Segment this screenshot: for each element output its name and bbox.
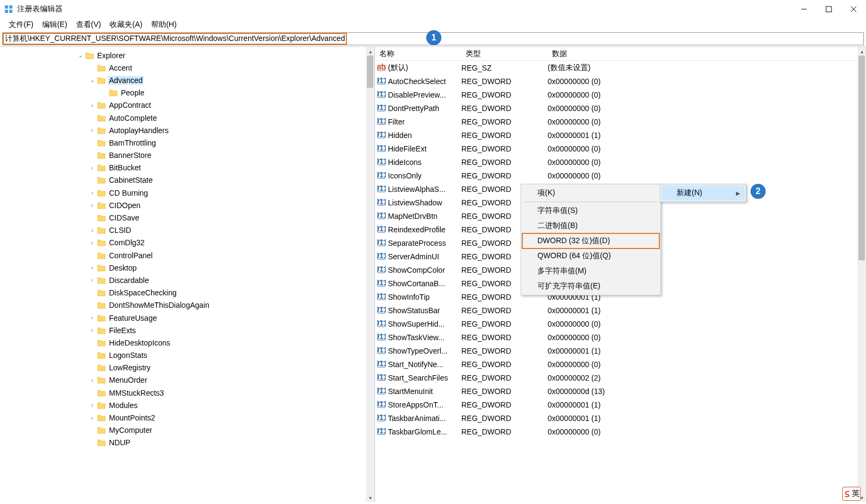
column-name[interactable]: 名称 xyxy=(375,47,461,61)
tree-item[interactable]: ›MenuOrder xyxy=(0,374,366,386)
chevron-right-icon[interactable]: › xyxy=(88,226,96,234)
chevron-right-icon[interactable]: › xyxy=(88,189,96,197)
cmenu-multi[interactable]: 多字符串值(M) xyxy=(522,264,659,279)
tree-item[interactable]: DiskSpaceChecking xyxy=(0,287,366,299)
tree-item[interactable]: ›Desktop xyxy=(0,261,366,274)
close-button[interactable] xyxy=(841,1,866,18)
scroll-thumb[interactable] xyxy=(367,56,373,88)
tree-item[interactable]: ControlPanel xyxy=(0,249,366,261)
value-row[interactable]: 011HiddenREG_DWORD0x00000001 (1) xyxy=(375,128,857,142)
value-row[interactable]: 011DontPrettyPathREG_DWORD0x00000000 (0) xyxy=(375,101,857,115)
value-row[interactable]: 011Start_NotifyNe...REG_DWORD0x00000000 … xyxy=(375,357,857,371)
tree-item[interactable]: ›CD Burning xyxy=(0,187,366,199)
column-data[interactable]: 数据 xyxy=(548,47,866,61)
tree-item[interactable]: ›Modules xyxy=(0,399,366,411)
tree-item[interactable]: CabinetState xyxy=(0,174,366,187)
cmenu-dword[interactable]: DWORD (32 位)值(D) xyxy=(522,233,659,248)
value-row[interactable]: 011IconsOnlyREG_DWORD0x00000000 (0) xyxy=(375,169,857,182)
tree-item[interactable]: ›Discardable xyxy=(0,274,366,286)
chevron-down-icon[interactable]: ⌄ xyxy=(77,52,84,59)
ime-indicator[interactable]: 英 xyxy=(842,487,861,501)
menu-file[interactable]: 文件(F) xyxy=(5,19,37,31)
chevron-right-icon[interactable]: › xyxy=(88,127,96,134)
chevron-right-icon[interactable]: › xyxy=(88,264,96,272)
chevron-right-icon[interactable]: › xyxy=(88,164,96,171)
tree-item[interactable]: People xyxy=(0,87,366,99)
value-row[interactable]: 011ShowTaskView...REG_DWORD0x00000000 (0… xyxy=(375,330,857,344)
value-row[interactable]: 011ShowStatusBarREG_DWORD0x00000001 (1) xyxy=(375,303,857,317)
value-row[interactable]: 011AutoCheckSelectREG_DWORD0x00000000 (0… xyxy=(375,74,857,88)
tree-item[interactable]: ›CLSID xyxy=(0,224,366,237)
address-path[interactable]: 计算机\HKEY_CURRENT_USER\SOFTWARE\Microsoft… xyxy=(3,33,347,45)
chevron-right-icon[interactable]: › xyxy=(88,327,96,334)
tree-list[interactable]: ⌄ExplorerAccent⌄AdvancedPeople›AppContra… xyxy=(0,47,366,449)
value-row[interactable]: 011TaskbarAnimati...REG_DWORD0x00000001 … xyxy=(375,411,857,425)
column-type[interactable]: 类型 xyxy=(461,47,548,61)
tree-item[interactable]: LowRegistry xyxy=(0,362,366,374)
value-row[interactable]: 011DisablePreview...REG_DWORD0x00000000 … xyxy=(375,88,857,101)
tree-item[interactable]: ›AppContract xyxy=(0,99,366,112)
tree-item[interactable]: MMStuckRects3 xyxy=(0,386,366,399)
cmenu-new[interactable]: 新建(N) ▶ xyxy=(662,185,745,201)
tree-item[interactable]: DontShowMeThisDialogAgain xyxy=(0,299,366,312)
value-data: 0x00000000 (0) xyxy=(548,360,601,369)
list-scrollbar[interactable]: ▴ ▾ xyxy=(857,47,866,502)
tree-item[interactable]: ›ComDlg32 xyxy=(0,237,366,249)
menu-favorites[interactable]: 收藏夹(A) xyxy=(106,19,146,31)
value-row[interactable]: 011HideFileExtREG_DWORD0x00000000 (0) xyxy=(375,142,857,155)
tree-item[interactable]: MyComputer xyxy=(0,424,366,437)
tree-item[interactable]: ›CIDOpen xyxy=(0,199,366,211)
cmenu-qword[interactable]: QWORD (64 位)值(Q) xyxy=(522,248,659,264)
scroll-up-icon[interactable]: ▴ xyxy=(366,47,374,56)
tree-item[interactable]: ›MountPoints2 xyxy=(0,411,366,424)
tree-item[interactable]: ›BitBucket xyxy=(0,162,366,174)
value-row[interactable]: 011ShowSuperHid...REG_DWORD0x00000000 (0… xyxy=(375,317,857,330)
chevron-down-icon[interactable]: ⌄ xyxy=(88,77,96,84)
tree-item[interactable]: NDUP xyxy=(0,437,366,449)
tree-item[interactable]: ⌄Advanced xyxy=(0,74,366,86)
chevron-right-icon[interactable]: › xyxy=(88,277,96,284)
tree-item[interactable]: HideDesktopIcons xyxy=(0,336,366,349)
chevron-right-icon[interactable]: › xyxy=(88,239,96,246)
svg-text:011: 011 xyxy=(377,198,386,206)
tree-item[interactable]: ›AutoplayHandlers xyxy=(0,124,366,136)
chevron-right-icon[interactable]: › xyxy=(88,202,96,209)
value-row[interactable]: 011StoreAppsOnT...REG_DWORD0x00000001 (1… xyxy=(375,398,857,411)
cmenu-expand[interactable]: 可扩充字符串值(E) xyxy=(522,279,659,294)
tree-item[interactable]: ⌄Explorer xyxy=(0,49,366,61)
chevron-right-icon[interactable]: › xyxy=(88,376,96,384)
tree-item[interactable]: Accent xyxy=(0,61,366,74)
tree-item[interactable]: BannerStore xyxy=(0,149,366,162)
value-row[interactable]: 011ShowTypeOverl...REG_DWORD0x00000001 (… xyxy=(375,344,857,357)
value-row[interactable]: 011TaskbarGlomLe...REG_DWORD0x00000000 (… xyxy=(375,425,857,438)
tree-item[interactable]: ›FileExts xyxy=(0,324,366,336)
minimize-button[interactable] xyxy=(792,1,816,18)
value-row[interactable]: 011FilterREG_DWORD0x00000000 (0) xyxy=(375,115,857,128)
value-row[interactable]: 011HideIconsREG_DWORD0x00000000 (0) xyxy=(375,155,857,169)
cmenu-binary[interactable]: 二进制值(B) xyxy=(522,218,659,233)
chevron-right-icon[interactable]: › xyxy=(88,101,96,109)
menu-help[interactable]: 帮助(H) xyxy=(148,19,180,31)
chevron-right-icon[interactable]: › xyxy=(88,314,96,322)
chevron-right-icon[interactable]: › xyxy=(88,414,96,422)
scroll-down-icon[interactable]: ▾ xyxy=(366,493,374,502)
tree-label: HideDesktopIcons xyxy=(108,339,172,347)
tree-item[interactable]: ›FeatureUsage xyxy=(0,312,366,324)
tree-item[interactable]: BamThrottling xyxy=(0,136,366,149)
scroll-up-icon[interactable]: ▴ xyxy=(857,47,866,56)
chevron-right-icon[interactable]: › xyxy=(88,402,96,409)
tree-item[interactable]: CIDSave xyxy=(0,211,366,224)
cmenu-key[interactable]: 项(K) xyxy=(522,185,659,201)
value-row[interactable]: 011Start_SearchFilesREG_DWORD0x00000002 … xyxy=(375,371,857,384)
tree-item[interactable]: LogonStats xyxy=(0,349,366,362)
menu-edit[interactable]: 编辑(E) xyxy=(39,19,71,31)
maximize-button[interactable] xyxy=(816,1,841,18)
cmenu-string[interactable]: 字符串值(S) xyxy=(522,203,659,218)
value-row[interactable]: ab(默认)REG_SZ(数值未设置) xyxy=(375,61,857,74)
scroll-thumb[interactable] xyxy=(858,56,865,260)
tree-scrollbar[interactable]: ▴ ▾ xyxy=(366,47,374,502)
menu-view[interactable]: 查看(V) xyxy=(73,19,105,31)
value-row[interactable]: 011StartMenuInitREG_DWORD0x0000000d (13) xyxy=(375,384,857,398)
value-name: ShowInfoTip xyxy=(388,293,429,301)
tree-item[interactable]: AutoComplete xyxy=(0,112,366,124)
